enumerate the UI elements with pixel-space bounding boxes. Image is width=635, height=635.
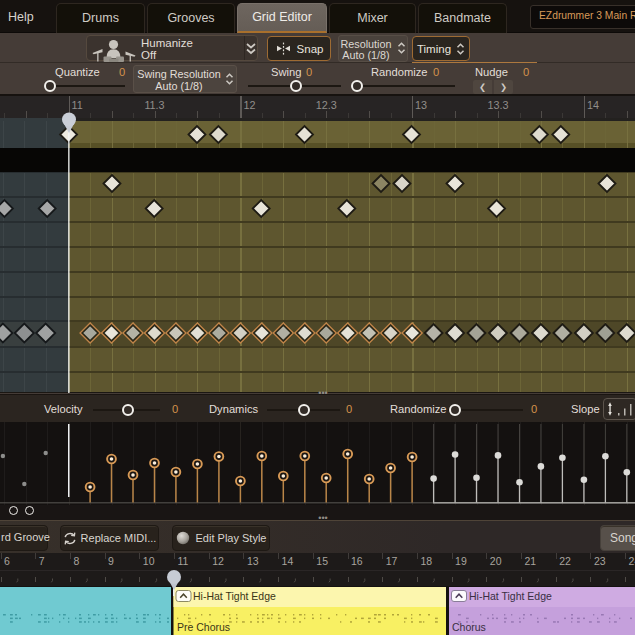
svg-text:10: 10: [143, 555, 155, 567]
svg-text:21: 21: [525, 555, 537, 567]
svg-text:14: 14: [587, 99, 599, 111]
svg-text:7: 7: [39, 555, 45, 567]
svg-text:12.3: 12.3: [316, 99, 337, 111]
svg-text:23: 23: [594, 555, 606, 567]
svg-text:12: 12: [243, 99, 255, 111]
svg-text:9: 9: [108, 555, 114, 567]
svg-text:16: 16: [351, 555, 363, 567]
svg-text:20: 20: [490, 555, 502, 567]
svg-text:19: 19: [455, 555, 467, 567]
svg-text:15: 15: [316, 555, 328, 567]
svg-text:13: 13: [247, 555, 259, 567]
svg-text:Pre Chorus: Pre Chorus: [177, 621, 230, 633]
svg-text:17: 17: [386, 555, 398, 567]
svg-text:11.3: 11.3: [144, 99, 164, 111]
svg-text:12: 12: [212, 555, 224, 567]
svg-text:24: 24: [629, 555, 635, 567]
svg-text:8: 8: [73, 555, 79, 567]
svg-text:13.3: 13.3: [487, 99, 508, 111]
svg-text:Hi-Hat Tight Edge: Hi-Hat Tight Edge: [469, 590, 552, 602]
svg-text:6: 6: [4, 555, 10, 567]
svg-text:Chorus: Chorus: [452, 621, 486, 633]
svg-text:11: 11: [178, 555, 189, 567]
svg-text:Hi-Hat Tight Edge: Hi-Hat Tight Edge: [193, 590, 276, 602]
svg-text:18: 18: [420, 555, 432, 567]
svg-text:14: 14: [282, 555, 294, 567]
svg-text:13: 13: [415, 99, 427, 111]
svg-text:22: 22: [559, 555, 571, 567]
